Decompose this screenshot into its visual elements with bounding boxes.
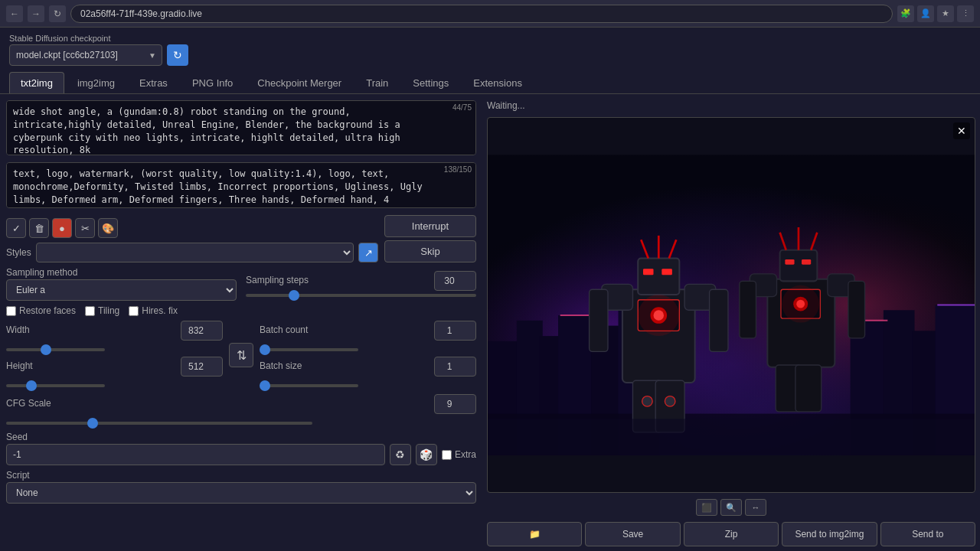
app-container: Stable Diffusion checkpoint model.ckpt [… — [0, 28, 980, 551]
extra-label[interactable]: Extra — [442, 449, 476, 460]
svg-rect-46 — [848, 281, 865, 337]
profile-icon[interactable]: 👤 — [917, 5, 934, 22]
seed-section: Seed -1 ♻ 🎲 Extra — [6, 432, 476, 465]
image-tool-2[interactable]: 🔍 — [720, 499, 742, 516]
checkpoint-select[interactable]: model.ckpt [cc6cb27103] — [9, 44, 162, 66]
cfg-label: CFG Scale — [6, 398, 51, 409]
svg-rect-27 — [590, 289, 608, 351]
batch-size-slider[interactable] — [260, 384, 358, 387]
image-tool-1[interactable]: ⬛ — [696, 499, 717, 516]
send-img2img-button[interactable]: Send to img2img — [782, 522, 877, 546]
left-panel: 44/75 wide shot angle, a (gundam:0.8) ro… — [0, 94, 482, 551]
send-other-label: Send to — [912, 529, 943, 540]
height-label: Height — [6, 360, 33, 371]
generated-image — [488, 118, 975, 492]
style-checkmark-btn[interactable]: ✓ — [6, 218, 26, 238]
tab-train[interactable]: Train — [354, 72, 400, 93]
swap-dimensions-button[interactable]: ⇅ — [229, 343, 253, 367]
tab-png-info[interactable]: PNG Info — [181, 72, 244, 93]
bookmark-icon[interactable]: ★ — [937, 5, 954, 22]
interrupt-button[interactable]: Interrupt — [384, 215, 476, 237]
image-display: ✕ — [487, 117, 975, 493]
send-other-button[interactable]: Send to — [880, 522, 975, 546]
seed-input[interactable]: -1 — [6, 444, 385, 465]
dimensions-left: Width 832 Height 512 — [6, 321, 223, 390]
options-row: Restore faces Tiling Hires. fix — [6, 305, 476, 316]
style-apply-btn[interactable]: ↗ — [358, 243, 378, 262]
extra-checkbox[interactable] — [442, 450, 452, 460]
skip-button[interactable]: Skip — [384, 240, 476, 262]
sampling-method-label: Sampling method — [6, 267, 237, 278]
cfg-input[interactable]: 9 — [434, 394, 476, 414]
width-slider[interactable] — [6, 348, 105, 351]
cfg-slider[interactable] — [6, 422, 312, 425]
tab-extras[interactable]: Extras — [128, 72, 179, 93]
height-slider[interactable] — [6, 384, 105, 387]
back-button[interactable]: ← — [6, 5, 23, 22]
tab-img2img[interactable]: img2img — [66, 72, 126, 93]
batch-count-input[interactable]: 1 — [434, 321, 476, 341]
height-input[interactable]: 512 — [181, 357, 223, 377]
width-area: Width 832 — [6, 321, 223, 354]
refresh-checkpoint-button[interactable]: ↻ — [167, 44, 188, 66]
sampling-method-select[interactable]: Euler a — [6, 279, 237, 301]
steps-slider[interactable] — [246, 294, 476, 297]
save-label: Save — [622, 529, 643, 540]
image-tool-3[interactable]: ↔ — [745, 499, 766, 516]
tab-checkpoint-merger[interactable]: Checkpoint Merger — [246, 72, 353, 93]
tiling-checkbox[interactable] — [85, 306, 95, 316]
hires-fix-label[interactable]: Hires. fix — [129, 305, 178, 316]
sampling-steps-input[interactable]: 30 — [434, 271, 476, 291]
tab-settings[interactable]: Settings — [401, 72, 460, 93]
style-red-btn[interactable]: ● — [52, 218, 72, 238]
svg-point-53 — [638, 295, 679, 336]
open-folder-button[interactable]: 📁 — [487, 522, 582, 546]
batch-count-slider[interactable] — [260, 348, 358, 351]
batch-size-input[interactable]: 1 — [434, 357, 476, 377]
width-label: Width — [6, 324, 30, 335]
width-input[interactable]: 832 — [181, 321, 223, 341]
svg-rect-25 — [643, 269, 654, 275]
zip-label: Zip — [725, 529, 738, 540]
save-button[interactable]: Save — [585, 522, 680, 546]
steps-slider-container — [246, 294, 476, 297]
seed-reset-button[interactable]: ♻ — [390, 444, 411, 465]
image-toolbar: ⬛ 🔍 ↔ — [487, 497, 975, 517]
style-tools: ✓ 🗑 ● ✂ 🎨 — [6, 215, 378, 241]
batch-size-label: Batch size — [260, 360, 302, 371]
svg-rect-44 — [802, 259, 811, 265]
svg-rect-24 — [638, 259, 679, 295]
svg-rect-52 — [488, 419, 975, 455]
height-area: Height 512 — [6, 357, 223, 390]
close-image-button[interactable]: ✕ — [953, 122, 970, 139]
zip-button[interactable]: Zip — [684, 522, 779, 546]
script-select[interactable]: None — [6, 482, 476, 504]
checkpoint-wrapper: model.ckpt [cc6cb27103] — [9, 44, 162, 66]
style-palette-btn[interactable]: 🎨 — [98, 218, 118, 238]
positive-counter: 44/75 — [452, 103, 472, 112]
svg-rect-28 — [710, 289, 728, 351]
extensions-icon[interactable]: 🧩 — [897, 5, 914, 22]
style-trash-btn[interactable]: 🗑 — [29, 218, 49, 238]
svg-point-31 — [642, 396, 653, 407]
url-bar[interactable]: 02a56ff4-71ff-439e.gradio.live — [70, 5, 893, 23]
tab-extensions[interactable]: Extensions — [462, 72, 534, 93]
negative-prompt-input[interactable]: text, logo, watermark, (worst quality, l… — [6, 162, 476, 208]
menu-icon[interactable]: ⋮ — [957, 5, 974, 22]
svg-point-54 — [782, 285, 819, 323]
tiling-label[interactable]: Tiling — [85, 305, 119, 316]
sampling-steps-area: Sampling steps 30 — [246, 271, 476, 297]
browser-icons: 🧩 👤 ★ ⋮ — [897, 5, 974, 22]
seed-random-button[interactable]: 🎲 — [416, 444, 437, 465]
styles-select[interactable] — [36, 243, 354, 262]
positive-prompt-input[interactable]: wide shot angle, a (gundam:0.8) robot st… — [6, 100, 476, 155]
restore-faces-label[interactable]: Restore faces — [6, 305, 76, 316]
restore-faces-checkbox[interactable] — [6, 306, 16, 316]
cfg-area: CFG Scale 9 — [6, 394, 476, 427]
tabs-bar: txt2img img2img Extras PNG Info Checkpoi… — [0, 72, 980, 94]
style-cut-btn[interactable]: ✂ — [75, 218, 95, 238]
tab-txt2img[interactable]: txt2img — [9, 72, 64, 93]
reload-button[interactable]: ↻ — [49, 5, 66, 22]
forward-button[interactable]: → — [28, 5, 44, 22]
hires-fix-checkbox[interactable] — [129, 306, 139, 316]
